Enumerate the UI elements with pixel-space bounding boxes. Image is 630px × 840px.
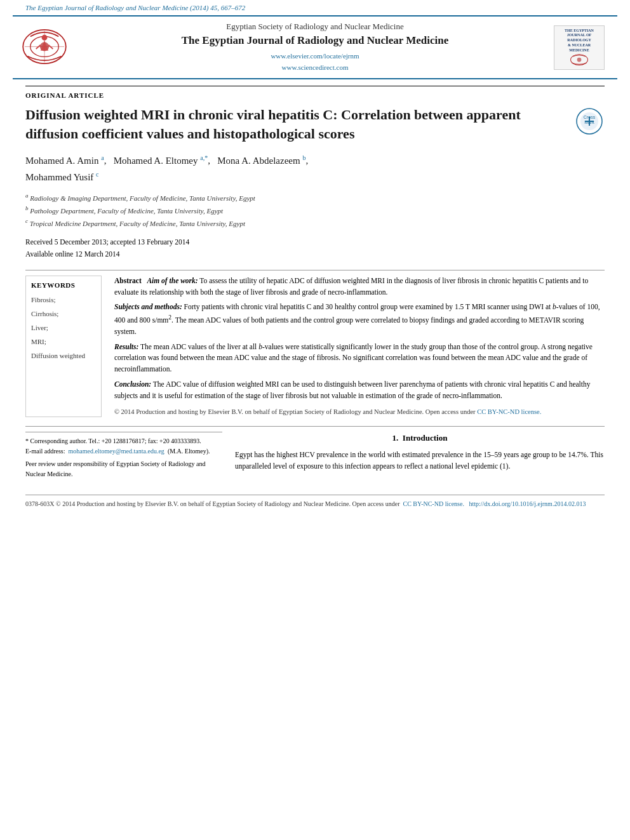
svg-point-3 xyxy=(42,34,48,40)
section-title-text: Introduction xyxy=(403,433,448,443)
journal-cover-icon: THE EGYPTIANJOURNAL OFRADIOLOGY& NUCLEAR… xyxy=(554,25,605,70)
citation-text: The Egyptian Journal of Radiology and Nu… xyxy=(25,4,245,11)
author-2: Mohamed A. Eltomey a,*, xyxy=(114,156,215,166)
abstract-aim-para: Abstract Aim of the work: To assess the … xyxy=(114,276,605,298)
results-text: The mean ADC values of the liver at all … xyxy=(114,343,593,373)
keyword-2: Cirrhosis; xyxy=(31,307,96,321)
footnotes: * Corresponding author. Tel.: +20 128817… xyxy=(25,432,222,479)
dates: Received 5 December 2013; accepted 13 Fe… xyxy=(25,236,605,261)
abstract-results-para: Results: The mean ADC values of the live… xyxy=(114,342,605,375)
authors-list: Mohamed A. Amin a, Mohamed A. Eltomey a,… xyxy=(25,152,605,186)
author-4: Mohammed Yusif c xyxy=(25,172,99,182)
url1[interactable]: www.elsevier.com/locate/ejrnm xyxy=(83,51,547,62)
email-suffix: (M.A. Eltomey). xyxy=(166,448,210,455)
journal-title-header: The Egyptian Journal of Radiology and Nu… xyxy=(83,34,547,47)
introduction-text: Egypt has the highest HCV prevalence in … xyxy=(235,450,605,472)
abstract-subjects-para: Subjects and methods: Forty patients wit… xyxy=(114,302,605,337)
svg-point-5 xyxy=(577,57,582,62)
email-link[interactable]: mohamed.eltomey@med.tanta.edu.eg xyxy=(68,448,164,455)
divider-1 xyxy=(25,270,605,270)
affiliation-a: a Radiology & Imaging Department, Facult… xyxy=(25,191,605,204)
author-1-sup: a xyxy=(101,154,104,161)
journal-citation: The Egyptian Journal of Radiology and Nu… xyxy=(0,0,630,15)
author-3-sup: b xyxy=(302,154,305,161)
keyword-3: Liver; xyxy=(31,321,96,335)
article-type: ORIGINAL ARTICLE xyxy=(25,86,605,99)
journal-logo-icon xyxy=(19,24,70,69)
open-access-text: Open access under xyxy=(352,500,400,507)
abstract-label: Abstract xyxy=(114,277,145,284)
received-date: Received 5 December 2013; accepted 13 Fe… xyxy=(25,236,605,249)
corresponding-note: * Corresponding author. Tel.: +20 128817… xyxy=(25,436,222,446)
conclusion-text: The ADC value of diffusion weighted MRI … xyxy=(114,380,591,399)
keywords-box: KEYWORDS Fibrosis; Cirrhosis; Liver; MRI… xyxy=(25,276,102,417)
affiliation-b: b Pathology Department, Faculty of Medic… xyxy=(25,204,605,217)
main-content: ORIGINAL ARTICLE Diffusion weighted MRI … xyxy=(0,79,630,486)
author-2-sup: a,* xyxy=(200,154,208,161)
copyright-text: © 2014 Production and hosting by Elsevie… xyxy=(114,407,605,417)
keywords-title: KEYWORDS xyxy=(31,281,96,289)
author-1: Mohamed A. Amin a, xyxy=(25,156,111,166)
author-3: Mona A. Abdelazeem b, xyxy=(217,156,308,166)
header-center: Egyptian Society of Radiology and Nuclea… xyxy=(76,22,554,73)
header-urls: www.elsevier.com/locate/ejrnm www.scienc… xyxy=(83,51,547,73)
available-date: Available online 12 March 2014 xyxy=(25,248,605,261)
title-section: Diffusion weighted MRI in chronic viral … xyxy=(25,105,605,143)
keyword-1: Fibrosis; xyxy=(31,293,96,307)
crossmark-icon: Cross Mark xyxy=(576,108,603,135)
cc-link[interactable]: CC BY-NC-ND license. xyxy=(477,408,541,415)
conclusion-label: Conclusion: xyxy=(114,380,151,388)
author-4-sup: c xyxy=(96,171,98,178)
keyword-4: MRI; xyxy=(31,335,96,349)
introduction-section: 1. Introduction Egypt has the highest HC… xyxy=(235,432,605,479)
results-label: Results: xyxy=(114,343,138,350)
bottom-cc-link[interactable]: CC BY-NC-ND license. xyxy=(403,500,464,507)
crossmark-badge: Cross Mark xyxy=(576,108,605,137)
logo-left xyxy=(19,24,76,71)
footnotes-intro-section: * Corresponding author. Tel.: +20 128817… xyxy=(25,432,605,479)
aim-label: Aim of the work: xyxy=(147,277,198,284)
cover-title: THE EGYPTIANJOURNAL OFRADIOLOGY& NUCLEAR… xyxy=(565,29,594,53)
keyword-5: Diffusion weighted xyxy=(31,349,96,363)
divider-2 xyxy=(25,426,605,427)
abstract-conclusion-para: Conclusion: The ADC value of diffusion w… xyxy=(114,379,605,402)
affiliations: a Radiology & Imaging Department, Facult… xyxy=(25,191,605,230)
bottom-bar: 0378-603X © 2014 Production and hosting … xyxy=(25,495,605,513)
url2[interactable]: www.sciencedirect.com xyxy=(83,62,547,74)
doi-link[interactable]: http://dx.doi.org/10.1016/j.ejrnm.2014.0… xyxy=(469,500,586,507)
society-name: Egyptian Society of Radiology and Nuclea… xyxy=(83,22,547,32)
abstract-section: KEYWORDS Fibrosis; Cirrhosis; Liver; MRI… xyxy=(25,276,605,417)
article-title: Diffusion weighted MRI in chronic viral … xyxy=(25,105,570,143)
cover-logo-icon xyxy=(566,53,592,67)
section-number: 1. xyxy=(392,433,399,443)
logo-right: THE EGYPTIANJOURNAL OFRADIOLOGY& NUCLEAR… xyxy=(554,25,611,70)
affiliation-c: c Tropical Medicine Department, Faculty … xyxy=(25,217,605,229)
abstract-text: Abstract Aim of the work: To assess the … xyxy=(114,276,605,417)
issn-text: 0378-603X © 2014 Production and hosting … xyxy=(25,500,351,507)
peer-review-note: Peer review under responsibility of Egyp… xyxy=(25,459,222,479)
keywords-list: Fibrosis; Cirrhosis; Liver; MRI; Diffusi… xyxy=(31,293,96,363)
subjects-label: Subjects and methods: xyxy=(114,303,182,310)
email-note: E-mail address: mohamed.eltomey@med.tant… xyxy=(25,446,222,457)
journal-header: Egyptian Society of Radiology and Nuclea… xyxy=(13,15,617,79)
subjects-text: Forty patients with chronic viral hepati… xyxy=(114,303,600,335)
section-1-title: 1. Introduction xyxy=(235,432,605,444)
